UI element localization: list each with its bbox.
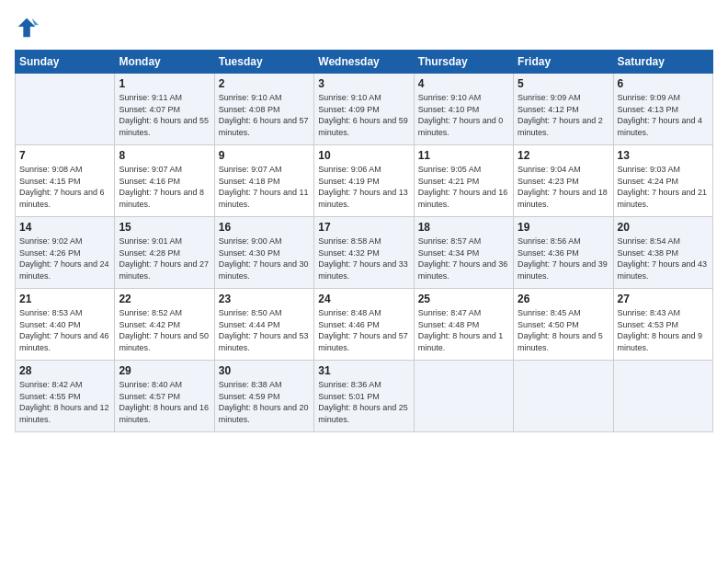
calendar-cell [514,361,613,432]
header-row [15,15,713,40]
day-number: 19 [518,221,609,234]
weekday-header-row: SundayMondayTuesdayWednesdayThursdayFrid… [16,51,713,74]
calendar-cell: 2Sunrise: 9:10 AMSunset: 4:08 PMDaylight… [214,74,313,145]
weekday-header-friday: Friday [514,51,613,74]
day-number: 28 [19,364,110,377]
calendar-cell: 31Sunrise: 8:36 AMSunset: 5:01 PMDayligh… [314,361,414,432]
day-info: Sunrise: 9:01 AMSunset: 4:28 PMDaylight:… [119,236,210,282]
day-number: 15 [119,221,210,234]
day-info: Sunrise: 9:04 AMSunset: 4:23 PMDaylight:… [518,164,609,210]
day-number: 23 [219,293,310,305]
day-number: 2 [219,77,310,90]
weekday-header-wednesday: Wednesday [314,51,414,74]
day-info: Sunrise: 9:10 AMSunset: 4:10 PMDaylight:… [418,92,509,138]
day-number: 7 [19,149,110,162]
day-number: 13 [618,149,709,162]
day-info: Sunrise: 9:00 AMSunset: 4:30 PMDaylight:… [219,236,310,282]
calendar-cell: 20Sunrise: 8:54 AMSunset: 4:38 PMDayligh… [613,217,712,289]
calendar-cell: 12Sunrise: 9:04 AMSunset: 4:23 PMDayligh… [514,145,613,217]
day-number: 22 [119,293,210,305]
calendar-cell: 26Sunrise: 8:45 AMSunset: 4:50 PMDayligh… [514,289,613,361]
day-info: Sunrise: 9:06 AMSunset: 4:19 PMDaylight:… [318,164,409,210]
day-number: 12 [518,149,609,162]
day-number: 1 [119,77,210,90]
calendar-cell: 6Sunrise: 9:09 AMSunset: 4:13 PMDaylight… [613,74,712,145]
calendar-week-row: 7Sunrise: 9:08 AMSunset: 4:15 PMDaylight… [16,145,713,217]
day-info: Sunrise: 8:42 AMSunset: 4:55 PMDaylight:… [19,379,110,425]
day-number: 16 [219,221,310,234]
calendar-cell: 18Sunrise: 8:57 AMSunset: 4:34 PMDayligh… [414,217,513,289]
calendar-cell: 15Sunrise: 9:01 AMSunset: 4:28 PMDayligh… [115,217,214,289]
calendar-cell: 29Sunrise: 8:40 AMSunset: 4:57 PMDayligh… [115,361,214,432]
day-info: Sunrise: 9:08 AMSunset: 4:15 PMDaylight:… [19,164,110,210]
day-info: Sunrise: 9:05 AMSunset: 4:21 PMDaylight:… [418,164,509,210]
day-number: 8 [119,149,210,162]
day-info: Sunrise: 8:58 AMSunset: 4:32 PMDaylight:… [318,236,409,282]
day-number: 5 [518,77,609,90]
day-number: 6 [618,77,709,90]
page-container: SundayMondayTuesdayWednesdayThursdayFrid… [0,0,728,442]
weekday-header-monday: Monday [115,51,214,74]
day-number: 31 [318,364,409,377]
weekday-header-thursday: Thursday [414,51,513,74]
day-number: 30 [219,364,310,377]
day-number: 9 [219,149,310,162]
day-info: Sunrise: 8:48 AMSunset: 4:46 PMDaylight:… [318,307,409,353]
day-info: Sunrise: 8:52 AMSunset: 4:42 PMDaylight:… [119,307,210,353]
day-number: 4 [418,77,509,90]
day-number: 20 [618,221,709,234]
calendar-cell: 9Sunrise: 9:07 AMSunset: 4:18 PMDaylight… [214,145,313,217]
calendar-cell: 16Sunrise: 9:00 AMSunset: 4:30 PMDayligh… [214,217,313,289]
day-number: 26 [518,293,609,305]
day-number: 25 [418,293,509,305]
day-info: Sunrise: 9:02 AMSunset: 4:26 PMDaylight:… [19,236,110,282]
svg-marker-0 [18,18,36,38]
day-number: 17 [318,221,409,234]
calendar-cell [16,74,115,145]
day-info: Sunrise: 9:10 AMSunset: 4:08 PMDaylight:… [219,92,310,138]
calendar-cell: 23Sunrise: 8:50 AMSunset: 4:44 PMDayligh… [214,289,313,361]
calendar-table: SundayMondayTuesdayWednesdayThursdayFrid… [15,50,713,432]
calendar-cell: 28Sunrise: 8:42 AMSunset: 4:55 PMDayligh… [16,361,115,432]
calendar-cell [613,361,712,432]
calendar-week-row: 14Sunrise: 9:02 AMSunset: 4:26 PMDayligh… [16,217,713,289]
calendar-cell [414,361,513,432]
calendar-cell: 24Sunrise: 8:48 AMSunset: 4:46 PMDayligh… [314,289,414,361]
weekday-header-saturday: Saturday [613,51,712,74]
day-number: 27 [618,293,709,305]
calendar-week-row: 21Sunrise: 8:53 AMSunset: 4:40 PMDayligh… [16,289,713,361]
day-info: Sunrise: 8:38 AMSunset: 4:59 PMDaylight:… [219,379,310,425]
day-info: Sunrise: 8:53 AMSunset: 4:40 PMDaylight:… [19,307,110,353]
day-number: 10 [318,149,409,162]
calendar-cell: 30Sunrise: 8:38 AMSunset: 4:59 PMDayligh… [214,361,313,432]
day-info: Sunrise: 8:43 AMSunset: 4:53 PMDaylight:… [618,307,709,353]
calendar-cell: 19Sunrise: 8:56 AMSunset: 4:36 PMDayligh… [514,217,613,289]
svg-marker-1 [32,18,39,25]
day-number: 21 [19,293,110,305]
calendar-cell: 5Sunrise: 9:09 AMSunset: 4:12 PMDaylight… [514,74,613,145]
weekday-header-sunday: Sunday [16,51,115,74]
day-info: Sunrise: 9:10 AMSunset: 4:09 PMDaylight:… [318,92,409,138]
calendar-cell: 27Sunrise: 8:43 AMSunset: 4:53 PMDayligh… [613,289,712,361]
day-info: Sunrise: 8:57 AMSunset: 4:34 PMDaylight:… [418,236,509,282]
calendar-cell: 21Sunrise: 8:53 AMSunset: 4:40 PMDayligh… [16,289,115,361]
day-number: 29 [119,364,210,377]
day-number: 24 [318,293,409,305]
day-info: Sunrise: 9:07 AMSunset: 4:18 PMDaylight:… [219,164,310,210]
calendar-cell: 10Sunrise: 9:06 AMSunset: 4:19 PMDayligh… [314,145,414,217]
calendar-cell: 22Sunrise: 8:52 AMSunset: 4:42 PMDayligh… [115,289,214,361]
calendar-cell: 3Sunrise: 9:10 AMSunset: 4:09 PMDaylight… [314,74,414,145]
weekday-header-tuesday: Tuesday [214,51,313,74]
day-info: Sunrise: 9:07 AMSunset: 4:16 PMDaylight:… [119,164,210,210]
calendar-cell: 1Sunrise: 9:11 AMSunset: 4:07 PMDaylight… [115,74,214,145]
day-number: 3 [318,77,409,90]
calendar-week-row: 1Sunrise: 9:11 AMSunset: 4:07 PMDaylight… [16,74,713,145]
calendar-cell: 13Sunrise: 9:03 AMSunset: 4:24 PMDayligh… [613,145,712,217]
day-info: Sunrise: 8:54 AMSunset: 4:38 PMDaylight:… [618,236,709,282]
day-info: Sunrise: 8:40 AMSunset: 4:57 PMDaylight:… [119,379,210,425]
day-info: Sunrise: 8:50 AMSunset: 4:44 PMDaylight:… [219,307,310,353]
day-info: Sunrise: 8:36 AMSunset: 5:01 PMDaylight:… [318,379,409,425]
calendar-cell: 11Sunrise: 9:05 AMSunset: 4:21 PMDayligh… [414,145,513,217]
day-info: Sunrise: 8:47 AMSunset: 4:48 PMDaylight:… [418,307,509,353]
calendar-cell: 7Sunrise: 9:08 AMSunset: 4:15 PMDaylight… [16,145,115,217]
